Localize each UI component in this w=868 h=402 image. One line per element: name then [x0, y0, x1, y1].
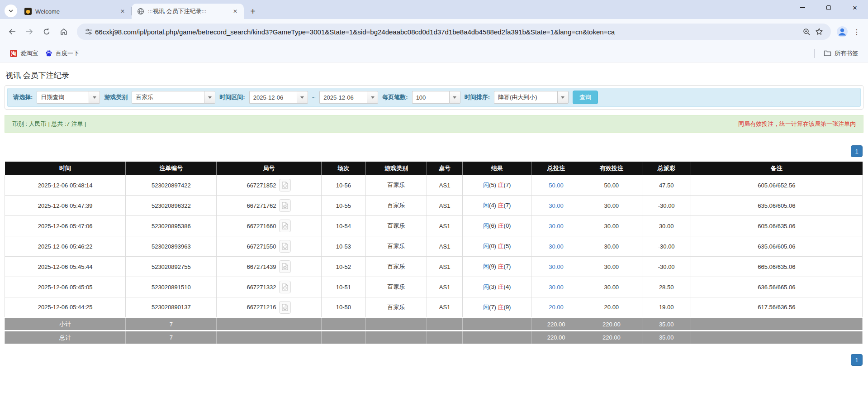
- close-window-button[interactable]: ✕: [842, 0, 868, 15]
- cell-bet-id: 523020895386: [126, 216, 217, 236]
- video-replay-button[interactable]: [279, 301, 291, 314]
- bookmark-taobao[interactable]: 淘 爱淘宝: [6, 47, 42, 60]
- cell-valid-bet: 50.00: [581, 175, 642, 196]
- video-replay-button[interactable]: [279, 220, 291, 232]
- page-size-dropdown-button[interactable]: [449, 91, 460, 104]
- cell-total-bet[interactable]: 30.00: [549, 243, 564, 250]
- page-size-input[interactable]: [412, 91, 449, 104]
- cell-total-bet[interactable]: 50.00: [549, 182, 564, 189]
- page-number-button[interactable]: 1: [851, 145, 863, 157]
- result-banker-score: (5): [504, 243, 511, 249]
- url-text: 66cxkj98.com/ipl/portal.php/game/betreco…: [95, 28, 800, 36]
- taobao-icon: 淘: [10, 50, 17, 57]
- tab-betrecord[interactable]: :::视讯 会员下注纪录::: ✕: [132, 4, 244, 19]
- cell-game: 百家乐: [366, 297, 427, 318]
- result-banker-label: 庄: [498, 182, 504, 188]
- date-to-input[interactable]: [319, 91, 367, 104]
- new-tab-button[interactable]: +: [247, 5, 259, 18]
- close-icon[interactable]: ✕: [119, 7, 127, 15]
- currency-total-text: 币别 : 人民币 | 总共 :7 注单 |: [12, 120, 86, 128]
- bookmark-baidu[interactable]: 百度一下: [42, 47, 83, 60]
- sort-dropdown-button[interactable]: [557, 91, 569, 104]
- forward-button[interactable]: [22, 24, 37, 39]
- cell-valid-bet: 20.00: [581, 297, 642, 318]
- filter-panel: 请选择: 游戏类别 时间区间: ~ 每页笔数:: [5, 85, 863, 110]
- header-session: 场次: [321, 162, 366, 175]
- result-banker-score: (7): [504, 202, 511, 209]
- query-type-input[interactable]: [37, 91, 89, 104]
- date-from-dropdown-button[interactable]: [297, 91, 308, 104]
- date-to-dropdown-button[interactable]: [367, 91, 378, 104]
- cell-valid-bet: 30.00: [581, 277, 642, 297]
- table-row: 2025-12-06 05:45:44 523020892755 6672714…: [5, 257, 863, 277]
- video-replay-button[interactable]: [279, 260, 291, 273]
- query-type-dropdown-button[interactable]: [89, 91, 100, 104]
- refresh-button[interactable]: [39, 24, 54, 39]
- date-range-label: 时间区间:: [219, 93, 245, 101]
- welcome-tab-favicon: [24, 8, 32, 15]
- tab-strip: Welcome ✕ :::视讯 会员下注纪录::: ✕ + ✕: [0, 0, 868, 19]
- maximize-button[interactable]: [816, 0, 842, 15]
- refresh-icon: [43, 28, 51, 36]
- cell-round-id: 667271762: [247, 202, 276, 209]
- all-bookmarks-button[interactable]: 所有书签: [820, 47, 862, 60]
- sort-label: 时间排序:: [465, 93, 490, 101]
- home-button[interactable]: [56, 24, 71, 39]
- pagination-bottom: 1: [0, 354, 868, 366]
- date-from-input[interactable]: [249, 91, 297, 104]
- cell-total-bet[interactable]: 30.00: [549, 284, 564, 291]
- caret-down-icon: [300, 96, 304, 99]
- video-replay-button[interactable]: [279, 240, 291, 253]
- minimize-button[interactable]: [789, 0, 816, 15]
- header-note: 备注: [691, 162, 862, 175]
- game-type-dropdown-button[interactable]: [204, 91, 215, 104]
- cell-total-bet[interactable]: 30.00: [549, 223, 564, 230]
- cell-total-bet[interactable]: 20.00: [549, 304, 564, 311]
- bookmarks-divider: [814, 49, 815, 58]
- result-player-score: (4): [489, 202, 498, 209]
- tab-search-button[interactable]: [5, 5, 17, 17]
- cell-total-bet[interactable]: 30.00: [549, 202, 564, 209]
- close-icon[interactable]: ✕: [231, 7, 239, 15]
- zoom-page-button[interactable]: [800, 25, 813, 38]
- date-to-combobox: [319, 91, 378, 104]
- cell-session: 10-55: [321, 196, 366, 216]
- folder-icon: [824, 50, 831, 57]
- site-settings-icon[interactable]: [82, 25, 95, 38]
- cell-round-id: 667271216: [247, 304, 276, 311]
- cell-session: 10-52: [321, 257, 366, 277]
- table-row: 2025-12-06 05:44:25 523020890137 6672712…: [5, 297, 863, 318]
- profile-avatar[interactable]: [835, 24, 850, 39]
- result-banker-score: (7): [504, 263, 511, 270]
- cell-result: 闲(3) 庄(4): [463, 277, 531, 297]
- back-button[interactable]: [5, 24, 20, 39]
- result-player-score: (3): [489, 283, 498, 290]
- video-file-icon: [282, 243, 288, 250]
- cell-time: 2025-12-06 05:47:39: [5, 196, 126, 216]
- cell-time: 2025-12-06 05:45:05: [5, 277, 126, 297]
- tab-welcome[interactable]: Welcome ✕: [19, 4, 131, 19]
- game-type-combobox: [132, 91, 215, 104]
- game-type-input[interactable]: [132, 91, 204, 104]
- summary-info-bar: 币别 : 人民币 | 总共 :7 注单 | 同局有效投注，统一计算在该局第一张注…: [5, 115, 863, 133]
- video-replay-button[interactable]: [279, 179, 291, 191]
- cell-time: 2025-12-06 05:48:14: [5, 175, 126, 196]
- bet-table-body: 2025-12-06 05:48:14 523020897422 6672718…: [5, 175, 863, 318]
- video-replay-button[interactable]: [279, 281, 291, 293]
- query-type-label: 请选择:: [13, 93, 33, 101]
- page-number-button[interactable]: 1: [851, 354, 863, 366]
- cell-total-bet[interactable]: 30.00: [549, 263, 564, 270]
- search-button[interactable]: 查询: [573, 91, 598, 104]
- total-label: 总计: [5, 331, 126, 344]
- sort-input[interactable]: [494, 91, 557, 104]
- address-bar[interactable]: 66cxkj98.com/ipl/portal.php/game/betreco…: [77, 24, 831, 40]
- bookmark-star-button[interactable]: [813, 25, 825, 38]
- subtotal-valid-bet: 220.00: [581, 318, 642, 331]
- video-replay-button[interactable]: [279, 199, 291, 212]
- result-banker-label: 庄: [498, 263, 504, 270]
- cell-table: AS1: [427, 236, 463, 257]
- minimize-icon: [800, 7, 805, 8]
- cell-game: 百家乐: [366, 277, 427, 297]
- browser-menu-button[interactable]: ⋮: [850, 24, 863, 39]
- cell-table: AS1: [427, 196, 463, 216]
